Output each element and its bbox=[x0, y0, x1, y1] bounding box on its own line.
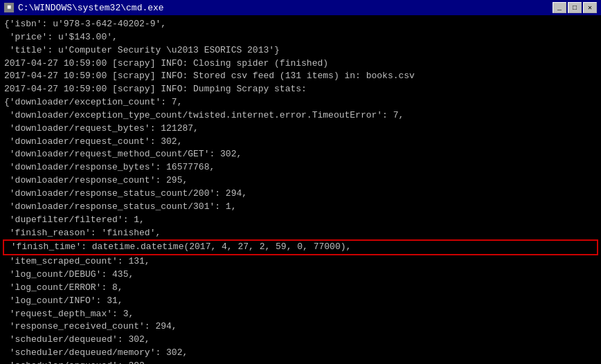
console-line: 'downloader/response_status_count/301': … bbox=[4, 201, 597, 214]
console-line: 'finish_reason': 'finished', bbox=[4, 227, 597, 240]
console-line: 'downloader/response_count': 295, bbox=[4, 174, 597, 188]
console-line: 2017-04-27 10:59:00 [scrapy] INFO: Closi… bbox=[4, 57, 597, 71]
maximize-button[interactable]: □ bbox=[568, 2, 582, 13]
console-line: 'log_count/ERROR': 8, bbox=[4, 282, 597, 295]
console-line: 2017-04-27 10:59:00 [scrapy] INFO: Dumpi… bbox=[4, 83, 597, 96]
console-line: 'dupefilter/filtered': 1, bbox=[4, 214, 597, 227]
console-line: 'downloader/request_bytes': 121287, bbox=[4, 122, 597, 136]
console-line: 'request_depth_max': 3, bbox=[4, 308, 597, 321]
console-line: 'scheduler/dequeued/memory': 302, bbox=[4, 347, 597, 360]
console-body: {'isbn': u'978-3-642-40202-9', 'price': … bbox=[0, 15, 601, 364]
console-line: 'scheduler/dequeued': 302, bbox=[4, 334, 597, 347]
console-line: 'item_scraped_count': 131, bbox=[4, 255, 597, 269]
console-line: 'downloader/request_method_count/GET': 3… bbox=[4, 148, 597, 161]
console-line: 'response_received_count': 294, bbox=[4, 320, 597, 334]
console-line: 'downloader/response_status_count/200': … bbox=[4, 188, 597, 201]
console-line: 'scheduler/enqueued': 302, bbox=[4, 360, 597, 364]
console-line: 'downloader/request_count': 302, bbox=[4, 136, 597, 149]
title-bar-icon: ■ bbox=[4, 3, 14, 12]
title-bar-title: C:\WINDOWS\system32\cmd.exe bbox=[18, 3, 164, 13]
minimize-button[interactable]: _ bbox=[553, 2, 566, 13]
console-line: 2017-04-27 10:59:00 [scrapy] INFO: Store… bbox=[4, 70, 597, 83]
title-bar: ■ C:\WINDOWS\system32\cmd.exe _ □ ✕ bbox=[0, 0, 601, 15]
close-button[interactable]: ✕ bbox=[583, 2, 597, 13]
console-line: 'log_count/DEBUG': 435, bbox=[4, 269, 597, 282]
console-line: 'downloader/response_bytes': 16577768, bbox=[4, 161, 597, 174]
console-line: 'finish_time': datetime.datetime(2017, 4… bbox=[3, 239, 598, 255]
console-line: {'isbn': u'978-3-642-40202-9', bbox=[4, 18, 597, 31]
console-line: 'price': u'$143.00', bbox=[4, 31, 597, 44]
console-line: 'log_count/INFO': 31, bbox=[4, 295, 597, 308]
console-line: {'downloader/exception_count': 7, bbox=[4, 96, 597, 109]
console-line: 'downloader/exception_type_count/twisted… bbox=[4, 109, 597, 122]
console-line: 'title': u'Computer Security \u2013 ESOR… bbox=[4, 44, 597, 57]
